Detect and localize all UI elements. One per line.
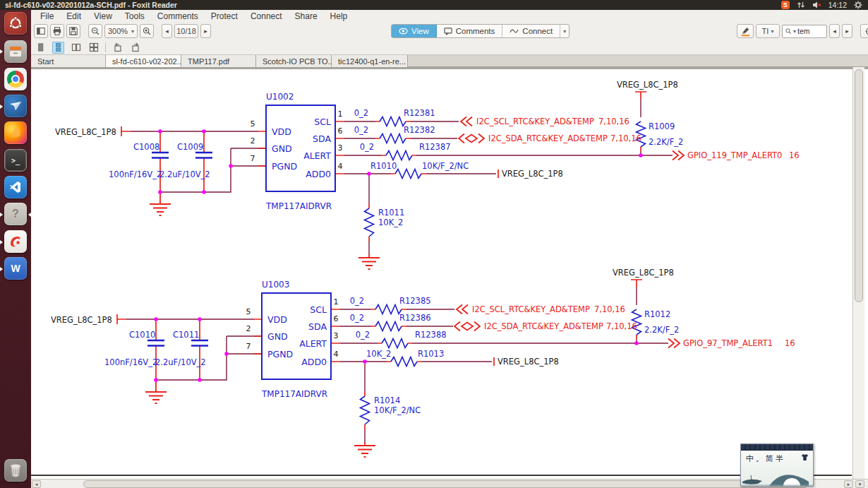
sidebar-panels-button[interactable] xyxy=(34,24,48,38)
dock-item-vscode[interactable] xyxy=(4,176,27,198)
schematic-circuit-u1003: U1003 TMP117AIDRVR VREG_L8C_1P8 C1010 C1… xyxy=(45,264,857,470)
dock-item-wps-office[interactable]: W xyxy=(4,257,27,280)
power-net-label: VREG_L8C_1P8 xyxy=(502,169,563,179)
multi-page-icon xyxy=(89,42,99,52)
dock-item-unknown-app[interactable]: ? xyxy=(4,203,27,225)
pin-number: 7 xyxy=(251,154,255,163)
scroll-down-button[interactable]: ▾ xyxy=(855,480,864,488)
sidebar-panels-icon xyxy=(36,26,46,36)
ribbon-mode-switch: View Comments Connect ▾ xyxy=(391,24,569,38)
search-icon xyxy=(785,28,792,35)
highlighter-tool-button[interactable] xyxy=(737,24,754,38)
zoom-in-button[interactable] xyxy=(140,24,154,38)
find-prev-button[interactable]: ◂ xyxy=(829,24,840,38)
scroll-right-button[interactable]: ▸ xyxy=(844,480,853,488)
tab-tic12400[interactable]: tic12400-q1-en-re... xyxy=(332,55,408,67)
dock-item-foxit-reader[interactable] xyxy=(4,230,27,253)
print-button[interactable] xyxy=(50,24,64,38)
horizontal-scrollbar-thumb[interactable] xyxy=(83,480,808,488)
hand-tool-button[interactable]: ▾ xyxy=(860,24,868,38)
page-indicator[interactable]: 10/18 xyxy=(174,24,198,38)
pin-name: ADD0 xyxy=(301,357,327,367)
volume-muted-icon[interactable] xyxy=(812,1,821,9)
resistor-label: R1010 xyxy=(370,161,397,171)
net-label: I2C_SDA_RTC&KEY_AD&TEMP xyxy=(484,321,603,331)
vertical-scrollbar[interactable] xyxy=(852,67,864,479)
dock-item-file-manager[interactable] xyxy=(4,40,27,63)
ime-panel-roof xyxy=(741,444,813,451)
next-page-button[interactable]: ▸ xyxy=(200,24,211,38)
view-mode-button[interactable]: View xyxy=(392,25,437,37)
chip-part: TMP117AIDRVR xyxy=(265,201,332,211)
find-next-icon: ▸ xyxy=(845,28,849,35)
find-next-button[interactable]: ▸ xyxy=(842,24,852,38)
menu-file[interactable]: File xyxy=(34,11,60,21)
mode-dropdown-button[interactable]: ▾ xyxy=(560,25,569,37)
focused-indicator xyxy=(28,213,31,217)
net-label: GPIO_97_TMP_ALERT1 xyxy=(683,338,773,348)
running-indicator xyxy=(0,49,3,54)
menu-help[interactable]: Help xyxy=(324,11,354,21)
menu-edit[interactable]: Edit xyxy=(60,11,88,21)
zoom-in-icon xyxy=(142,26,152,36)
resistor-value: 0_2 xyxy=(354,125,368,135)
pin-number: 1 xyxy=(334,297,339,307)
tab-tmp117[interactable]: TMP117.pdf xyxy=(181,55,256,67)
pin-number: 1 xyxy=(338,109,343,119)
unknown-app-icon: ? xyxy=(12,208,19,220)
menu-protect[interactable]: Protect xyxy=(205,11,244,21)
menu-tools[interactable]: Tools xyxy=(119,11,151,21)
comment-bubble-icon xyxy=(444,28,452,35)
text-select-tool-button[interactable]: TI ▾ xyxy=(756,24,780,38)
dock-item-thunderbird[interactable] xyxy=(4,95,27,117)
network-arrows-icon[interactable] xyxy=(797,1,805,9)
resistor-ref: R12388 xyxy=(415,330,447,340)
search-value: tem xyxy=(797,27,810,35)
continuous-page-button[interactable] xyxy=(52,42,64,54)
menu-comments[interactable]: Comments xyxy=(151,11,205,21)
vertical-scrollbar-thumb[interactable] xyxy=(855,69,863,302)
tab-label: TMP117.pdf xyxy=(188,57,229,66)
zoom-out-button[interactable] xyxy=(88,24,102,38)
search-input[interactable]: ▾ tem xyxy=(782,25,827,38)
sogou-ime-icon[interactable]: S xyxy=(781,1,790,9)
multi-page-button[interactable] xyxy=(88,42,100,54)
tab-current-document[interactable]: sl-fd-c610-v02-202... X xyxy=(106,55,181,67)
wps-office-icon: W xyxy=(11,263,20,274)
menu-view[interactable]: View xyxy=(88,11,119,21)
clock[interactable]: 14:12 xyxy=(828,1,847,9)
facing-pages-button[interactable] xyxy=(70,42,82,54)
thunderbird-icon xyxy=(8,99,23,113)
menu-connect[interactable]: Connect xyxy=(244,11,289,21)
pin-number: 6 xyxy=(338,126,343,136)
tab-start[interactable]: Start xyxy=(31,55,106,67)
rotate-left-button[interactable] xyxy=(111,42,123,54)
rotate-right-button[interactable] xyxy=(129,42,141,54)
single-page-button[interactable] xyxy=(35,42,47,54)
pin-number: 5 xyxy=(246,307,251,316)
dock-item-ubuntu-launcher[interactable] xyxy=(4,12,27,35)
resistor-value: 2.2K/F_2 xyxy=(644,325,679,335)
comments-mode-button[interactable]: Comments xyxy=(437,25,503,37)
page-refs: 16 xyxy=(789,150,800,160)
menu-share[interactable]: Share xyxy=(289,11,324,21)
page-refs: 7,10,16 xyxy=(598,117,629,126)
resistor-ref: R1009 xyxy=(649,121,675,131)
dock-item-terminal[interactable]: >_ xyxy=(4,149,27,172)
zoom-level-combo[interactable]: 300% ▾ xyxy=(104,24,138,38)
dock-item-chrome[interactable] xyxy=(4,68,27,90)
cap-ref: C1009 xyxy=(177,142,203,152)
connect-mode-button[interactable]: Connect xyxy=(502,25,560,37)
dock-item-firefox[interactable] xyxy=(4,121,27,144)
save-button[interactable] xyxy=(66,24,80,38)
tab-scotch-io[interactable]: Scotch-IO PCB TO... xyxy=(256,55,332,67)
ime-status-panel[interactable]: 中。简半 xyxy=(740,444,814,487)
dock-item-trash[interactable] xyxy=(4,459,27,482)
text-select-icon: TI xyxy=(762,27,769,35)
pin-name: GND xyxy=(267,331,288,342)
session-gear-icon[interactable] xyxy=(854,1,862,9)
skin-shirt-icon xyxy=(801,453,809,461)
scroll-left-button[interactable]: ◂ xyxy=(32,480,41,488)
pin-number: 6 xyxy=(334,314,339,323)
prev-page-button[interactable]: ◂ xyxy=(162,24,172,38)
